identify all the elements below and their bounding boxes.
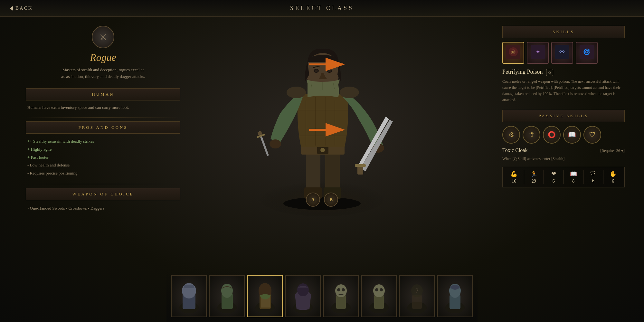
weapons-header: WEAPON OF CHOICE (26, 188, 180, 200)
passive-icon-1[interactable]: ⚙ (502, 126, 520, 144)
svg-point-8 (320, 148, 325, 152)
knowledge-icon: 📖 (564, 170, 583, 177)
race-section: HUMAN Humans have extra inventory space … (26, 88, 180, 111)
skill-icon-1-glyph: ☠ (506, 45, 520, 61)
skills-section: SKILLS ☠ ✦ (502, 26, 625, 103)
header-bar: BACK SELECT CLASS (0, 0, 644, 17)
svg-text:?: ? (416, 287, 419, 294)
class-thumb-scout[interactable] (437, 275, 473, 317)
class-thumb-skeleton1[interactable] (323, 275, 359, 317)
class-emblem: ⚔ (26, 26, 180, 48)
svg-point-66 (373, 284, 385, 297)
svg-point-52 (221, 284, 233, 298)
passive-icon-2[interactable]: 🗡 (523, 126, 540, 144)
class-thumb-skeleton2[interactable] (361, 275, 397, 317)
passive-skills-header: PASSIVE SKILLS (502, 110, 625, 122)
skill-icon-4[interactable]: 🌀 (576, 42, 598, 64)
class-thumb-unknown[interactable]: ? (399, 275, 435, 317)
pros-cons-item: ++ Stealthy assassin with deadly strikes (27, 137, 179, 146)
class-thumb-cleric[interactable] (285, 275, 321, 317)
passive-skill-info: Toxic Cloak [Requires 36 ♥] When [Q Skil… (502, 147, 625, 162)
skill-icon-2-glyph: ✦ (531, 45, 545, 61)
passive-skill-description: When [Q Skill] activates, enter [Stealth… (502, 156, 625, 162)
pros-cons-list: ++ Stealthy assassin with deadly strikes… (26, 137, 180, 177)
svg-point-24 (340, 87, 359, 98)
skill-icon-3[interactable]: 👁 (551, 42, 573, 64)
pros-cons-item: - Requires precise positioning (27, 169, 179, 177)
weapons-list: • One-Handed Swords • Crossbows • Dagger… (26, 204, 180, 213)
class-selector: ? (166, 270, 478, 322)
back-button[interactable]: BACK (10, 5, 33, 11)
knowledge-value: 8 (564, 179, 583, 184)
svg-text:🌀: 🌀 (583, 48, 591, 55)
svg-point-23 (287, 87, 306, 98)
race-description: Humans have extra inventory space and ca… (26, 104, 180, 111)
pros-cons-section: PROS AND CONS ++ Stealthy assassin with … (26, 121, 180, 177)
pros-cons-item: + Highly agile (27, 146, 179, 154)
agility-value: 29 (524, 179, 544, 184)
class-description: Masters of stealth and deception, rogues… (48, 67, 158, 80)
arrow-skills (306, 56, 348, 74)
input-btn-b-label: B (329, 197, 333, 203)
class-name: Rogue (26, 52, 180, 63)
strength-icon: 💪 (504, 170, 524, 177)
weapons-section: WEAPON OF CHOICE • One-Handed Swords • C… (26, 188, 180, 213)
passive-icon-5-glyph: 🛡 (589, 131, 596, 138)
stat-defense: 🛡 6 (583, 170, 603, 184)
race-header: HUMAN (26, 88, 180, 100)
passive-skill-requires: [Requires 36 ♥] (600, 148, 625, 153)
defense-icon: 🛡 (583, 170, 603, 177)
skills-header: SKILLS (502, 26, 625, 38)
class-thumb-fighter[interactable] (171, 275, 207, 317)
skill-icon-1[interactable]: ☠ (502, 42, 524, 64)
divider-1 (26, 117, 180, 118)
skill-key: Q (546, 69, 553, 76)
skill-icon-3-glyph: 👁 (555, 45, 569, 61)
dexterity-icon: ✋ (603, 170, 623, 177)
svg-point-67 (375, 288, 378, 291)
stat-knowledge: 📖 8 (564, 170, 584, 184)
stat-dexterity: ✋ 6 (603, 170, 623, 184)
pros-cons-header: PROS AND CONS (26, 121, 180, 134)
skill-description: Coats melee or ranged weapon with poison… (502, 79, 625, 103)
skill-icon-4-glyph: 🌀 (580, 45, 594, 61)
input-buttons: A B (306, 193, 338, 207)
svg-point-63 (342, 288, 345, 291)
skill-name: Petrifying Poison Q (502, 69, 625, 76)
svg-point-68 (380, 288, 383, 291)
input-btn-b[interactable]: B (324, 193, 338, 207)
passive-skill-name: Toxic Cloak (502, 147, 527, 153)
svg-rect-22 (355, 164, 366, 167)
pros-cons-item: + Fast looter (27, 154, 179, 162)
right-panel: SKILLS ☠ ✦ (502, 26, 625, 187)
skill-icons-row: ☠ ✦ 👁 (502, 42, 625, 64)
passive-icon-5[interactable]: 🛡 (583, 126, 601, 144)
passive-icon-4[interactable]: 📖 (563, 126, 581, 144)
divider-2 (26, 184, 180, 184)
class-thumb-ranger[interactable] (209, 275, 245, 317)
svg-text:✦: ✦ (535, 49, 540, 55)
passive-icon-1-glyph: ⚙ (508, 131, 514, 138)
passive-icon-4-glyph: 📖 (568, 131, 576, 138)
svg-point-16 (270, 139, 281, 148)
skill-icon-2[interactable]: ✦ (527, 42, 549, 64)
active-skill-info: Petrifying Poison Q Coats melee or range… (502, 69, 625, 103)
svg-text:👁: 👁 (559, 49, 565, 55)
back-arrow-icon (10, 6, 13, 11)
input-btn-a[interactable]: A (306, 193, 320, 207)
passive-skills-section: PASSIVE SKILLS ⚙ 🗡 ⭕ 📖 🛡 Toxic Cloak [Re… (502, 110, 625, 162)
class-thumb-rogue[interactable] (247, 275, 283, 317)
dexterity-value: 6 (603, 179, 623, 184)
passive-icons-row: ⚙ 🗡 ⭕ 📖 🛡 (502, 126, 625, 144)
left-panel: ⚔ Rogue Masters of stealth and deception… (26, 26, 180, 213)
passive-icon-3[interactable]: ⭕ (543, 126, 561, 144)
emblem-circle: ⚔ (92, 26, 114, 48)
passive-icon-2-glyph: 🗡 (528, 131, 535, 138)
defense-value: 6 (583, 178, 603, 184)
stats-row: 💪 16 🏃 29 ❤ 6 📖 8 🛡 6 ✋ 6 (502, 167, 625, 187)
svg-text:☠: ☠ (511, 49, 516, 55)
svg-rect-49 (184, 285, 194, 288)
emblem-icon: ⚔ (99, 32, 107, 43)
health-icon: ❤ (544, 170, 564, 177)
strength-value: 16 (504, 179, 524, 184)
